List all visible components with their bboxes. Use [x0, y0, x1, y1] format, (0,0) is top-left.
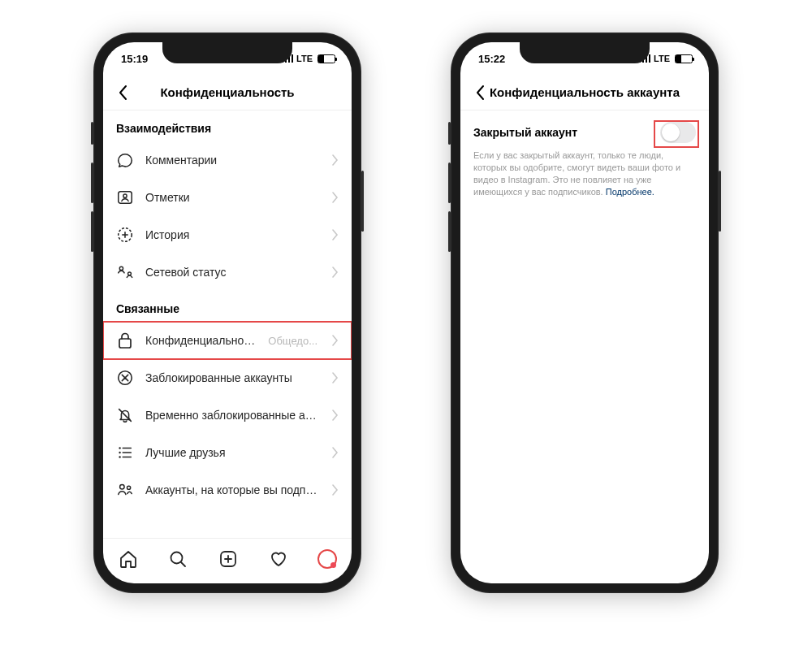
row-tags[interactable]: Отметки: [103, 179, 352, 216]
battery-icon: [317, 54, 335, 63]
battery-icon: [675, 54, 693, 63]
svg-point-1: [123, 194, 127, 197]
nav-title: Конфиденциальность: [160, 85, 294, 99]
add-story-icon: [116, 226, 134, 244]
svg-point-10: [120, 485, 125, 490]
tab-search[interactable]: [167, 548, 188, 570]
row-label: Конфиденциальность аккаунта: [145, 334, 257, 347]
tag-person-icon: [116, 188, 134, 206]
nav-bar: Конфиденциальность: [103, 75, 352, 110]
row-label: Комментарии: [145, 154, 321, 167]
nav-title: Конфиденциальность аккаунта: [490, 85, 680, 99]
section-header-connections: Связанные: [103, 291, 352, 322]
chevron-right-icon: [332, 335, 339, 346]
status-carrier: LTE: [654, 54, 670, 63]
chevron-left-icon: [118, 84, 127, 101]
private-account-description: Если у вас закрытый аккаунт, только те л…: [473, 150, 696, 197]
row-close-friends[interactable]: Лучшие друзья: [103, 434, 352, 471]
row-label: Аккаунты, на которые вы подписаны: [145, 483, 321, 496]
private-account-toggle[interactable]: [660, 122, 696, 143]
row-story[interactable]: История: [103, 216, 352, 254]
row-label: Лучшие друзья: [145, 446, 321, 459]
list-icon: [116, 444, 134, 462]
notification-dot-icon: [330, 562, 336, 568]
chevron-left-icon: [475, 84, 485, 101]
row-label: Временно заблокированные аккаунты: [145, 409, 321, 422]
muted-bell-icon: [116, 406, 134, 424]
svg-point-4: [128, 272, 132, 275]
svg-point-11: [127, 486, 130, 489]
row-value: Общедо...: [268, 335, 317, 347]
row-label: История: [145, 228, 321, 241]
activity-status-icon: [116, 263, 134, 281]
row-muted-accounts[interactable]: Временно заблокированные аккаунты: [103, 396, 352, 434]
svg-point-9: [119, 456, 120, 457]
tab-activity[interactable]: [268, 548, 289, 570]
svg-point-8: [119, 452, 120, 453]
row-account-privacy[interactable]: Конфиденциальность аккаунта Общедо...: [103, 322, 352, 359]
row-label: Заблокированные аккаунты: [145, 371, 321, 384]
status-time: 15:19: [121, 53, 148, 65]
row-activity-status[interactable]: Сетевой статус: [103, 254, 352, 291]
blocked-icon: [116, 369, 134, 387]
row-label: Сетевой статус: [145, 266, 321, 279]
row-blocked-accounts[interactable]: Заблокированные аккаунты: [103, 359, 352, 396]
svg-rect-5: [119, 339, 131, 348]
phone-mockup-privacy: 15:19 LTE Конфиденциальность Взаимодейст…: [93, 32, 361, 593]
status-carrier: LTE: [296, 54, 313, 63]
nav-bar: Конфиденциальность аккаунта: [460, 75, 709, 110]
chevron-right-icon: [332, 229, 339, 240]
chevron-right-icon: [332, 192, 339, 203]
back-button[interactable]: [113, 83, 132, 102]
chevron-right-icon: [332, 447, 339, 458]
svg-point-3: [119, 266, 123, 270]
chevron-right-icon: [332, 266, 339, 278]
learn-more-link[interactable]: Подробнее.: [606, 187, 654, 197]
row-label: Отметки: [145, 191, 321, 204]
accounts-following-icon: [116, 481, 134, 499]
tab-profile[interactable]: [317, 549, 337, 569]
chevron-right-icon: [332, 410, 339, 421]
row-comments[interactable]: Комментарии: [103, 141, 352, 179]
chevron-right-icon: [332, 372, 339, 384]
chevron-right-icon: [332, 154, 339, 166]
row-following[interactable]: Аккаунты, на которые вы подписаны: [103, 471, 352, 509]
tab-bar: [103, 538, 352, 583]
status-time: 15:22: [478, 53, 505, 65]
section-header-interactions: Взаимодействия: [103, 110, 352, 141]
back-button[interactable]: [470, 83, 490, 102]
tab-add[interactable]: [218, 548, 239, 570]
chevron-right-icon: [332, 484, 339, 496]
comment-icon: [116, 151, 134, 169]
svg-point-7: [119, 447, 120, 448]
phone-mockup-account-privacy: 15:22 LTE Конфиденциальность аккаунта За…: [451, 32, 719, 593]
private-account-label: Закрытый аккаунт: [473, 126, 577, 139]
tab-home[interactable]: [118, 548, 139, 570]
lock-icon: [116, 332, 134, 349]
